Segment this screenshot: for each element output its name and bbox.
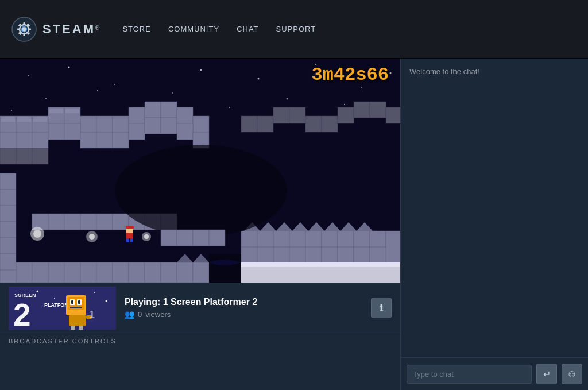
svg-rect-54 xyxy=(0,148,16,164)
svg-point-141 xyxy=(144,234,149,239)
nav-chat[interactable]: CHAT xyxy=(237,25,258,33)
svg-rect-41 xyxy=(0,132,16,148)
send-icon: ↵ xyxy=(543,369,551,380)
svg-rect-50 xyxy=(145,118,161,134)
svg-rect-55 xyxy=(16,148,32,164)
svg-rect-76 xyxy=(96,214,113,230)
svg-rect-153 xyxy=(209,254,241,283)
logo-area: STEAM® xyxy=(11,17,99,42)
chat-input-bar: ↵ ☺ xyxy=(401,357,588,390)
svg-rect-59 xyxy=(273,107,289,123)
svg-rect-173 xyxy=(71,326,75,330)
svg-rect-98 xyxy=(177,262,193,283)
svg-rect-46 xyxy=(80,132,96,148)
game-thumbnail: SCREEN 2 PLATFORMER xyxy=(9,287,116,330)
svg-rect-81 xyxy=(0,173,16,190)
svg-point-22 xyxy=(45,98,47,99)
svg-point-14 xyxy=(68,67,70,68)
stream-timer: 3m42s66 xyxy=(312,64,389,86)
svg-rect-34 xyxy=(96,116,113,132)
svg-point-26 xyxy=(11,110,12,111)
svg-rect-171 xyxy=(70,307,82,308)
welcome-message: Welcome to the chat! xyxy=(409,67,579,76)
svg-rect-64 xyxy=(354,102,370,118)
svg-point-15 xyxy=(114,84,115,85)
chat-panel: Welcome to the chat! ↵ ☺ xyxy=(400,59,588,390)
header: STEAM® STORE COMMUNITY CHAT SUPPORT xyxy=(0,0,588,59)
svg-rect-63 xyxy=(338,107,354,123)
svg-rect-118 xyxy=(370,247,386,263)
svg-point-139 xyxy=(89,234,95,240)
svg-rect-100 xyxy=(241,231,257,247)
svg-rect-152 xyxy=(130,238,133,242)
svg-rect-103 xyxy=(289,231,305,247)
svg-rect-174 xyxy=(79,326,83,330)
svg-rect-94 xyxy=(113,262,129,283)
svg-rect-38 xyxy=(161,102,177,118)
svg-rect-111 xyxy=(257,247,273,263)
game-info-bar: SCREEN 2 PLATFORMER xyxy=(0,283,400,333)
svg-point-17 xyxy=(258,78,260,80)
svg-rect-43 xyxy=(32,132,48,148)
svg-rect-49 xyxy=(129,123,145,140)
svg-rect-90 xyxy=(48,262,64,283)
svg-rect-99 xyxy=(193,262,209,283)
chat-messages: Welcome to the chat! xyxy=(401,59,588,357)
svg-rect-115 xyxy=(322,247,338,263)
svg-rect-172 xyxy=(69,315,86,326)
svg-rect-35 xyxy=(113,116,129,132)
game-name: 1 Screen Platformer 2 xyxy=(163,297,258,307)
svg-rect-93 xyxy=(96,262,113,283)
svg-rect-42 xyxy=(16,132,32,148)
svg-point-21 xyxy=(172,92,173,94)
viewers-count: 0 xyxy=(138,310,142,319)
chat-emoji-button[interactable]: ☺ xyxy=(562,364,582,384)
svg-rect-47 xyxy=(96,132,113,148)
svg-rect-108 xyxy=(370,231,386,247)
chat-input[interactable] xyxy=(407,365,532,384)
svg-rect-5 xyxy=(24,33,25,36)
svg-rect-70 xyxy=(49,109,63,113)
svg-rect-134 xyxy=(193,230,209,246)
svg-rect-45 xyxy=(64,123,80,140)
svg-rect-105 xyxy=(322,231,338,247)
viewers-label: viewers xyxy=(145,310,171,319)
emoji-icon: ☺ xyxy=(567,368,577,380)
svg-rect-69 xyxy=(33,117,47,122)
nav-store[interactable]: STORE xyxy=(122,25,151,33)
svg-rect-132 xyxy=(161,230,177,246)
steam-wordmark: STEAM® xyxy=(42,22,99,37)
svg-rect-116 xyxy=(338,247,354,263)
svg-rect-95 xyxy=(129,262,145,283)
svg-rect-149 xyxy=(126,228,133,233)
playing-label: Playing: 1 Screen Platformer 2 xyxy=(125,297,362,307)
svg-point-23 xyxy=(97,90,98,91)
info-button[interactable]: ℹ xyxy=(371,298,392,318)
svg-rect-112 xyxy=(273,247,289,263)
svg-rect-117 xyxy=(354,247,370,263)
svg-rect-75 xyxy=(80,214,96,230)
svg-rect-107 xyxy=(354,231,370,247)
svg-rect-86 xyxy=(0,254,16,270)
svg-rect-72 xyxy=(32,214,48,230)
svg-rect-6 xyxy=(17,28,20,30)
svg-rect-4 xyxy=(24,22,25,25)
svg-rect-170 xyxy=(78,300,80,304)
svg-rect-36 xyxy=(129,107,145,123)
svg-rect-104 xyxy=(305,231,322,247)
nav-community[interactable]: COMMUNITY xyxy=(168,25,219,33)
svg-rect-82 xyxy=(0,190,16,206)
nav-support[interactable]: SUPPORT xyxy=(276,25,316,33)
svg-rect-56 xyxy=(32,148,48,164)
game-scene xyxy=(0,59,400,283)
game-thumbnail-image: SCREEN 2 PLATFORMER xyxy=(9,287,116,330)
svg-point-25 xyxy=(344,104,345,105)
svg-rect-39 xyxy=(177,107,193,123)
svg-rect-151 xyxy=(126,238,129,242)
svg-rect-169 xyxy=(71,300,74,304)
svg-point-137 xyxy=(33,230,41,238)
svg-point-20 xyxy=(390,72,392,74)
svg-rect-101 xyxy=(257,231,273,247)
chat-send-button[interactable]: ↵ xyxy=(536,364,557,384)
svg-rect-57 xyxy=(241,116,257,132)
